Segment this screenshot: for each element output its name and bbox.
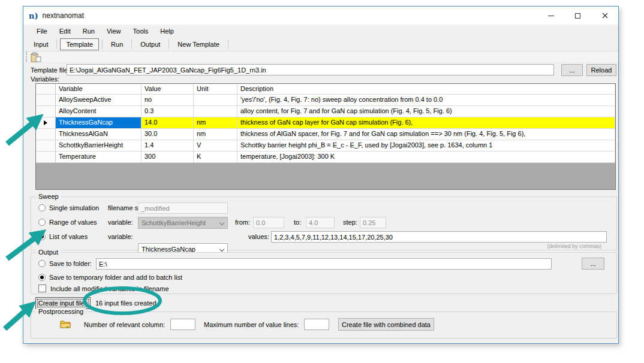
from-input [253, 217, 284, 228]
cell-unit[interactable] [194, 95, 237, 106]
column-header-description[interactable]: Description [237, 84, 615, 95]
menu-item-help[interactable]: Help [154, 26, 180, 37]
menu-item-run[interactable]: Run [77, 26, 101, 37]
app-window: n) nextnanomat File Edit Run View Tools … [23, 6, 619, 344]
table-row[interactable]: AlloySweepActive no 'yes'/'no', (Fig. 4,… [36, 95, 615, 106]
menu-item-tools[interactable]: Tools [127, 26, 155, 37]
radio-single-simulation[interactable] [38, 204, 46, 211]
postprocessing-group-label: Postprocessing [36, 308, 86, 315]
cell-value[interactable]: 0.3 [142, 106, 194, 117]
app-logo-icon: n) [29, 11, 38, 20]
checkbox-include-variables[interactable] [38, 285, 46, 292]
table-row[interactable]: SchottkyBarrierHeight 1.4 V Schottky bar… [36, 140, 615, 152]
radio-range-of-values[interactable] [38, 219, 46, 226]
template-file-input[interactable] [67, 64, 554, 75]
cell-unit[interactable]: K [194, 152, 237, 163]
cell-description[interactable]: alloy content, for Fig. 7 and for GaN ca… [237, 106, 615, 117]
cell-variable[interactable]: SchottkyBarrierHeight [56, 140, 142, 152]
value-lines-input[interactable] [304, 319, 329, 330]
cell-unit[interactable]: nm [194, 129, 237, 140]
cell-value[interactable]: no [142, 95, 194, 106]
to-input [306, 217, 335, 228]
cell-unit[interactable] [194, 106, 237, 117]
single-simulation-label: Single simulation [49, 204, 99, 211]
maximize-button[interactable] [564, 7, 591, 25]
table-row[interactable]: AlloyContent 0.3 alloy content, for Fig.… [36, 106, 615, 117]
combine-data-button[interactable]: Create file with combined data [338, 318, 434, 331]
cell-value[interactable]: 14.0 [142, 117, 194, 129]
cell-value[interactable]: 30.0 [142, 129, 194, 140]
relevant-column-label: Number of relevant column: [84, 321, 165, 328]
row-selector-cell[interactable] [36, 106, 56, 117]
column-header-value[interactable]: Value [142, 84, 194, 95]
save-folder-input[interactable] [96, 258, 552, 270]
toolbar [23, 51, 618, 63]
from-label: from: [235, 219, 250, 226]
row-selector-cell[interactable] [36, 117, 56, 129]
cell-unit[interactable]: nm [194, 117, 237, 129]
sweep-group-label: Sweep [36, 193, 61, 200]
template-browse-button[interactable]: ... [561, 64, 583, 76]
cell-description[interactable]: 'yes'/'no', (Fig. 4, Fig. 7: no) sweep a… [237, 95, 615, 106]
save-folder-browse-button[interactable]: ... [582, 258, 604, 270]
save-temporary-label: Save to temporary folder and add to batc… [49, 274, 182, 281]
tab-new-template[interactable]: New Template [172, 39, 225, 50]
tab-input[interactable]: Input [28, 39, 53, 50]
row-selector-cell[interactable] [36, 140, 56, 152]
row-selector-cell[interactable] [36, 152, 56, 163]
window-title: nextnanomat [43, 11, 84, 20]
relevant-column-input[interactable] [170, 319, 195, 330]
menu-item-view[interactable]: View [101, 26, 127, 37]
reload-button[interactable]: Reload [586, 64, 616, 76]
maximize-icon [575, 13, 580, 19]
tab-separator [228, 40, 228, 49]
cell-variable[interactable]: ThicknessGaNcap [56, 117, 142, 129]
chevron-down-icon [219, 220, 224, 225]
cell-variable[interactable]: AlloySweepActive [56, 95, 142, 106]
values-label: values: [248, 233, 269, 240]
cell-variable[interactable]: AlloyContent [56, 106, 142, 117]
menu-item-file[interactable]: File [31, 26, 53, 37]
tab-output[interactable]: Output [135, 39, 165, 50]
row-selector-cell[interactable] [36, 95, 56, 106]
create-input-files-button[interactable]: Create input files [35, 297, 91, 309]
to-label: to: [294, 219, 301, 226]
sweep-group: Sweep Single simulation filename suffix:… [31, 196, 617, 250]
radio-save-temporary-folder[interactable] [38, 274, 46, 281]
step-input [360, 217, 386, 228]
cell-value[interactable]: 1.4 [142, 140, 194, 152]
table-row[interactable]: ThicknessAlGaN 30.0 nm thickness of AlGa… [36, 129, 615, 140]
tab-bar: Input Template Run Output New Template [23, 38, 618, 51]
cell-unit[interactable]: V [194, 140, 237, 152]
combine-folder-icon[interactable] [60, 319, 71, 329]
current-row-indicator-icon [44, 120, 47, 125]
column-header-unit[interactable]: Unit [194, 84, 237, 95]
toolbar-grip[interactable] [26, 52, 27, 62]
list-of-values-label: List of values [49, 233, 88, 240]
column-header-variable[interactable]: Variable [56, 84, 142, 95]
values-input[interactable] [271, 231, 607, 243]
row-selector-cell[interactable] [36, 129, 56, 140]
output-group: Output Save to folder: ... Save to tempo… [31, 252, 617, 294]
radio-list-of-values[interactable] [38, 233, 46, 240]
cell-variable[interactable]: Temperature [56, 152, 142, 163]
cell-variable[interactable]: ThicknessAlGaN [56, 129, 142, 140]
tab-template[interactable]: Template [60, 38, 99, 50]
cell-description[interactable]: thickness of GaN cap layer for GaN cap s… [237, 117, 615, 129]
cell-description[interactable]: Schottky barrier height phi_B = E_c - E_… [237, 140, 615, 152]
close-button[interactable] [591, 7, 618, 25]
minimize-button[interactable] [537, 7, 564, 25]
radio-save-to-folder[interactable] [38, 260, 46, 267]
tab-separator [102, 40, 103, 49]
table-header-row: Variable Value Unit Description [36, 84, 615, 95]
tab-run[interactable]: Run [106, 39, 128, 50]
paste-template-icon[interactable] [31, 52, 42, 62]
table-row-selected[interactable]: ThicknessGaNcap 14.0 nm thickness of GaN… [36, 117, 615, 129]
cell-description[interactable]: thickness of AlGaN spacer, for Fig. 7 an… [237, 129, 615, 140]
table-row[interactable]: Temperature 300 K temperature, [Jogai200… [36, 152, 615, 163]
tab-separator [131, 40, 132, 49]
cell-description[interactable]: temperature, [Jogai2003]: 300 K [237, 152, 615, 163]
menu-item-edit[interactable]: Edit [53, 26, 77, 37]
value-lines-label: Maximum number of value lines: [204, 321, 299, 328]
cell-value[interactable]: 300 [142, 152, 194, 163]
